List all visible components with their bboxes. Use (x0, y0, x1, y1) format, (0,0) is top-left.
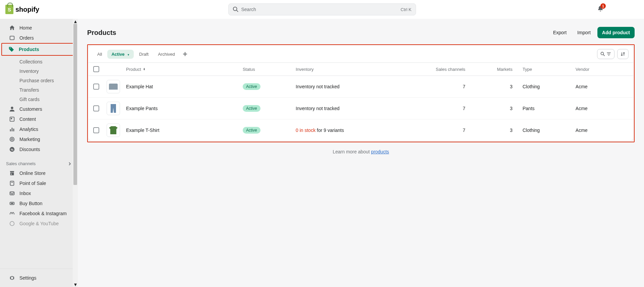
channels-count: 7 (412, 106, 475, 111)
svg-rect-7 (12, 128, 13, 132)
products-help-link[interactable]: products (371, 149, 389, 154)
nav-pos[interactable]: Point of Sale (3, 178, 75, 188)
add-view-button[interactable] (180, 49, 190, 59)
column-vendor: Vendor (576, 67, 629, 72)
chevron-down-icon: ▼ (127, 53, 130, 56)
nav-transfers[interactable]: Transfers (3, 85, 75, 95)
chevron-right-icon[interactable] (68, 162, 72, 166)
page-title: Products (87, 29, 116, 37)
tab-active[interactable]: Active ▼ (107, 50, 134, 59)
column-product[interactable]: Product ▲▼ (126, 67, 243, 72)
table-row[interactable]: Example T-Shirt Active 0 in stock for 9 … (89, 119, 633, 141)
pos-icon (9, 180, 15, 186)
nav-settings[interactable]: Settings (3, 273, 75, 283)
scroll-down-arrow-icon[interactable]: ▾ (73, 282, 78, 287)
tab-draft[interactable]: Draft (135, 50, 153, 59)
nav-inbox[interactable]: Inbox (3, 188, 75, 198)
column-markets: Markets (475, 67, 523, 72)
table-row[interactable]: Example Hat Active Inventory not tracked… (89, 76, 633, 98)
product-name[interactable]: Example Pants (126, 106, 243, 111)
column-status: Status (243, 67, 296, 72)
orders-icon (9, 35, 15, 41)
nav-online-store[interactable]: Online Store (3, 168, 75, 178)
nav-customers[interactable]: Customers (3, 104, 75, 114)
svg-rect-4 (10, 117, 14, 122)
nav-orders[interactable]: Orders (3, 33, 75, 43)
import-button[interactable]: Import (573, 27, 595, 38)
nav-marketing[interactable]: Marketing (3, 134, 75, 144)
product-name[interactable]: Example Hat (126, 84, 243, 89)
nav-buy-button[interactable]: Buy Button (3, 198, 75, 208)
google-icon (9, 221, 15, 227)
svg-point-3 (11, 107, 13, 109)
home-icon (9, 25, 15, 31)
product-vendor: Acme (576, 106, 629, 111)
status-badge: Active (243, 127, 260, 134)
learn-more-footer: Learn more about products (87, 142, 635, 156)
logo[interactable]: S shopify (5, 5, 39, 14)
tab-all[interactable]: All (93, 50, 106, 59)
nav-facebook-instagram[interactable]: Facebook & Instagram (3, 208, 75, 219)
gear-icon (9, 275, 15, 281)
store-icon (9, 170, 15, 176)
sort-button[interactable] (617, 49, 629, 59)
sort-icon (620, 51, 626, 57)
table-highlight: All Active ▼ Draft Archived (87, 44, 635, 142)
nav-gift-cards[interactable]: Gift cards (3, 95, 75, 104)
brand-name: shopify (15, 6, 39, 13)
nav-home[interactable]: Home (3, 23, 75, 33)
search-icon (600, 51, 605, 57)
plus-icon (183, 52, 187, 56)
nav-discounts[interactable]: % Discounts (3, 144, 75, 154)
sidebar-scrollbar[interactable]: ▴ ▾ (73, 19, 78, 287)
svg-rect-2 (10, 36, 14, 40)
row-checkbox[interactable] (93, 105, 99, 111)
svg-rect-13 (10, 181, 14, 186)
product-type: Pants (523, 106, 576, 111)
svg-rect-8 (13, 129, 14, 131)
product-thumbnail (107, 80, 120, 93)
row-checkbox[interactable] (93, 127, 99, 133)
svg-rect-6 (10, 129, 11, 131)
status-badge: Active (243, 83, 260, 90)
svg-point-10 (11, 138, 13, 140)
content-icon (9, 116, 15, 122)
table-row[interactable]: Example Pants Active Inventory not track… (89, 98, 633, 119)
nav-products[interactable]: Products (2, 44, 75, 54)
search-placeholder: Search (241, 7, 401, 12)
markets-count: 3 (475, 128, 523, 133)
sort-indicator-icon: ▲▼ (143, 68, 145, 70)
nav-collections[interactable]: Collections (3, 57, 75, 66)
notifications-button[interactable]: 1 (597, 5, 604, 13)
nav-analytics[interactable]: Analytics (3, 124, 75, 134)
marketing-icon (9, 136, 15, 142)
nav-inventory[interactable]: Inventory (3, 66, 75, 76)
product-type: Clothing (523, 84, 576, 89)
search-filter-button[interactable] (597, 49, 614, 59)
buy-button-icon (9, 200, 15, 206)
table-header: Product ▲▼ Status Inventory Sales channe… (89, 63, 633, 76)
scroll-up-arrow-icon[interactable]: ▴ (73, 19, 78, 24)
person-icon (9, 106, 15, 112)
scrollbar-thumb[interactable] (73, 24, 77, 185)
inventory-text: Inventory not tracked (296, 106, 340, 111)
row-checkbox[interactable] (93, 84, 99, 90)
product-name[interactable]: Example T-Shirt (126, 128, 243, 133)
notification-count: 1 (600, 3, 606, 9)
column-type: Type (523, 67, 576, 72)
nav-content[interactable]: Content (3, 114, 75, 124)
inventory-text: Inventory not tracked (296, 84, 340, 89)
add-product-button[interactable]: Add product (597, 27, 635, 38)
markets-count: 3 (475, 106, 523, 111)
search-input[interactable]: Search Ctrl K (228, 3, 416, 15)
nav-purchase-orders[interactable]: Purchase orders (3, 76, 75, 85)
export-button[interactable]: Export (549, 27, 571, 38)
svg-point-5 (11, 118, 12, 119)
select-all-checkbox[interactable] (93, 66, 99, 72)
product-vendor: Acme (576, 128, 629, 133)
products-table-card: All Active ▼ Draft Archived (89, 46, 633, 141)
analytics-icon (9, 126, 15, 132)
nav-google-youtube[interactable]: Google & YouTube (3, 219, 75, 229)
product-thumbnail (107, 102, 120, 115)
tab-archived[interactable]: Archived (154, 50, 179, 59)
